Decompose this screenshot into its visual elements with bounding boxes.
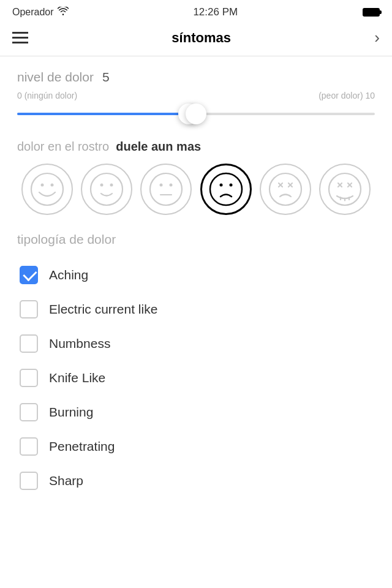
checkbox-label-burning: Burning [49,405,93,420]
slider-labels: 0 (ningún dolor) (peor dolor) 10 [17,91,375,100]
tipologia-section: tipología de dolor Aching Electric curre… [17,232,375,498]
svg-point-12 [229,184,232,187]
checkbox-label-electric: Electric current like [49,302,157,317]
status-carrier-wifi: Operador [12,7,69,18]
status-battery [363,8,380,17]
checkbox-numbness[interactable] [20,334,38,353]
face-4-very-sad[interactable] [260,164,311,215]
checkbox-label-penetrating: Penetrating [49,439,115,454]
carrier-label: Operador [12,7,54,18]
face-section-label: dolor en el rostro duele aun mas [17,140,375,154]
main-content: nivel de dolor 5 0 (ningún dolor) (peor … [0,56,392,511]
checkbox-label-aching: Aching [49,268,88,282]
checkbox-item-sharp[interactable]: Sharp [17,464,375,498]
checkbox-penetrating[interactable] [20,437,38,456]
svg-point-4 [100,184,103,187]
face-row [17,164,375,215]
checkbox-electric[interactable] [20,300,38,318]
pain-level-row: nivel de dolor 5 [17,70,375,85]
tipologia-label: tipología de dolor [17,232,375,247]
status-time: 12:26 PM [193,6,238,18]
checkbox-sharp[interactable] [20,472,38,490]
pain-slider-container [17,103,375,125]
pain-level-value: 5 [102,70,110,85]
face-5-worst[interactable] [319,164,371,215]
pain-slider[interactable] [17,113,375,115]
next-button[interactable]: › [374,28,380,47]
checkbox-item-numbness[interactable]: Numbness [17,326,375,361]
page-title: síntomas [172,30,231,46]
checkbox-knife[interactable] [20,369,38,387]
checkbox-aching[interactable] [20,266,38,284]
svg-point-10 [210,173,242,205]
battery-icon [363,8,380,17]
svg-point-1 [40,184,43,187]
svg-point-7 [160,184,163,187]
pain-level-label: nivel de dolor [17,70,94,85]
slider-max-label: (peor dolor) 10 [318,91,375,100]
face-section: dolor en el rostro duele aun mas [17,140,375,215]
svg-point-13 [270,173,301,205]
face-0-happy-big[interactable] [21,164,73,215]
checkbox-item-penetrating[interactable]: Penetrating [17,429,375,464]
slider-min-label: 0 (ningún dolor) [17,91,77,100]
checkbox-item-aching[interactable]: Aching [17,258,375,292]
svg-point-5 [110,184,113,187]
svg-point-6 [150,173,182,205]
svg-point-3 [91,173,123,205]
checkbox-item-electric[interactable]: Electric current like [17,292,375,326]
checkbox-item-knife[interactable]: Knife Like [17,361,375,395]
svg-point-2 [50,184,53,187]
svg-point-0 [31,173,63,205]
checkbox-item-burning[interactable]: Burning [17,395,375,429]
checkbox-label-sharp: Sharp [49,473,83,488]
svg-point-11 [219,184,222,187]
face-3-sad[interactable] [200,164,252,215]
checkbox-burning[interactable] [20,403,38,421]
checkbox-list: Aching Electric current like Numbness Kn… [17,258,375,498]
status-bar: Operador 12:26 PM [0,0,392,22]
checkbox-label-numbness: Numbness [49,336,110,351]
menu-button[interactable] [12,32,28,43]
face-label-gray: dolor en el rostro [17,140,109,153]
checkbox-label-knife: Knife Like [49,371,105,385]
face-1-happy-small[interactable] [81,164,132,215]
header: síntomas › [0,22,392,56]
face-2-neutral[interactable] [140,164,192,215]
face-label-bold: duele aun mas [116,140,201,153]
svg-point-8 [170,184,173,187]
wifi-icon [58,7,69,18]
